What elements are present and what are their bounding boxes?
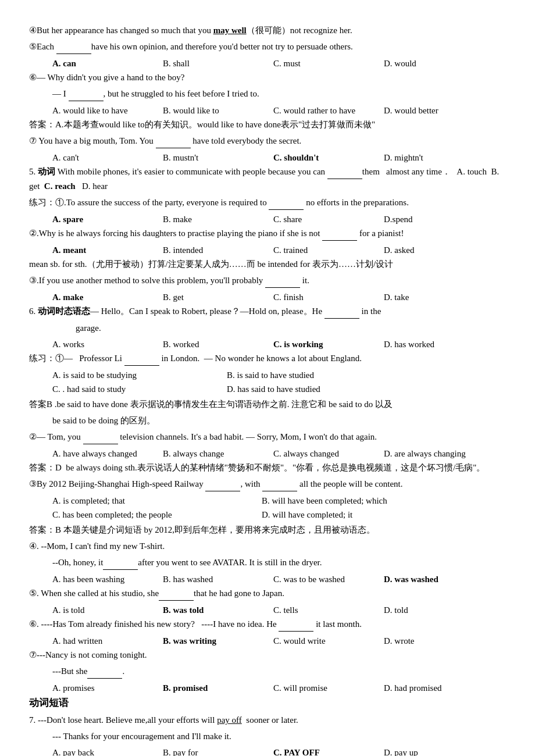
- answer-ex6-1b: be said to be doing 的区别。: [52, 413, 506, 427]
- answer-ex6-2: 答案：D be always doing sth.表示说话人的某种情绪"赞扬和不…: [29, 461, 506, 475]
- answer-ex6-3: 答案：B 本题关键是介词短语 by 2012,即到后年怎样，要用将来完成时态，且…: [29, 523, 506, 537]
- options-ex1: A. spare B. make C. share D.spend: [52, 212, 506, 226]
- ex3-q: ③.If you use another method to solve thi…: [29, 273, 506, 288]
- options-ex6-5: A. is told B. was told C. tells D. told: [52, 603, 506, 617]
- options-ex6-3b: C. has been completed; the people D. wil…: [52, 508, 506, 522]
- line-4: ④But her appearance has changed so much …: [29, 23, 506, 37]
- options-s7: A. pay back B. pay for C. PAY OFF D. pay…: [52, 746, 506, 756]
- ex6-1: 练习：①— Professor Li in London. — No wonde…: [29, 351, 506, 366]
- options-ex3: A. make B. get C. finish D. take: [52, 290, 506, 304]
- options-6: A. would like to have B. would like to C…: [52, 104, 506, 117]
- section-verb: 动词短语: [29, 695, 506, 711]
- main-content: ④But her appearance has changed so much …: [29, 23, 506, 756]
- line-5-main: 5. 动词 With mobile phones, it's easier to…: [29, 165, 506, 193]
- options-ex6-3: A. is completed; that B. will have been …: [52, 494, 506, 508]
- section-6-cont: garage.: [76, 321, 506, 335]
- line-7: ⑦ You have a big mouth, Tom. You have to…: [29, 134, 506, 148]
- ex6-7b: ---But she .: [52, 664, 506, 679]
- ex6-4a: ④. --Mom, I can't find my new T-shirt.: [29, 539, 506, 553]
- options-7: A. can't B. mustn't C. shouldn't D. migh…: [52, 151, 506, 165]
- options-ex6-4: A. has been washing B. has washed C. was…: [52, 572, 506, 586]
- options-5: A. can B. shall C. must D. would: [52, 56, 506, 70]
- answer-ex6-1a: 答案B .be said to have done 表示据说的事情发生在主句谓语…: [29, 397, 506, 411]
- exercise-title: 练习：①.To assure the success of the party,…: [29, 195, 506, 210]
- section-6: 6. 动词时态语态— Hello。Can I speak to Robert, …: [29, 304, 506, 319]
- options-ex6-2: A. have always changed B. always change …: [52, 447, 506, 461]
- ex6-4b: --Oh, honey, it after you went to see AV…: [52, 555, 506, 570]
- options-ex6-7: A. promises B. promised C. will promise …: [52, 681, 506, 695]
- answer-6: 答案：A.本题考查would like to的有关知识。would like t…: [29, 117, 506, 131]
- options-s6: A. works B. worked C. is working D. has …: [52, 337, 506, 351]
- line-6-a: — I , but he struggled to his feet befor…: [52, 87, 506, 101]
- ex6-6: ⑥. ----Has Tom already finished his new …: [29, 617, 506, 632]
- ex6-2: ②— Tom, you television channels. It's a …: [29, 430, 506, 444]
- answer-ex2: mean sb. for sth.（尤用于被动）打算/注定要某人成为……而 be…: [29, 257, 506, 271]
- options-ex2: A. meant B. intended C. trained D. asked: [52, 243, 506, 257]
- line-5: ⑤Each have his own opinion, and therefor…: [29, 40, 506, 54]
- ex6-3: ③By 2012 Beijing-Shanghai High-speed Rai…: [29, 477, 506, 491]
- ex6-7a: ⑦---Nancy is not coming tonight.: [29, 648, 506, 662]
- options-ex6-1: A. is said to be studying B. is said to …: [52, 368, 506, 382]
- section-7b: --- Thanks for your encouragement and I'…: [52, 729, 506, 743]
- line-6-q: ⑥— Why didn't you give a hand to the boy…: [29, 70, 506, 84]
- section-7: 7. ---Don't lose heart. Believe me,all y…: [29, 713, 506, 727]
- options-ex6-6: A. had written B. was writing C. would w…: [52, 634, 506, 648]
- ex2-q: ②.Why is he always forcing his daughters…: [29, 226, 506, 241]
- options-ex6-1b: C. . had said to study D. has said to ha…: [52, 382, 506, 396]
- ex6-5: ⑤. When she called at his studio, she th…: [29, 586, 506, 601]
